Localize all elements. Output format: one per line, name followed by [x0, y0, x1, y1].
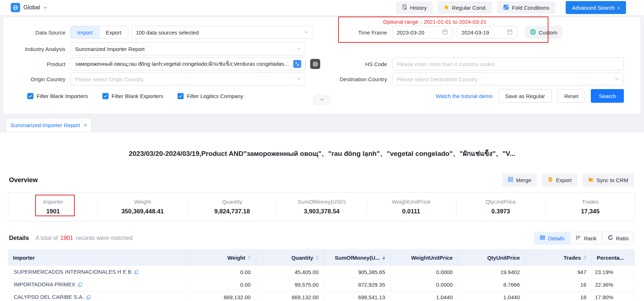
stat-trades: Trades17,345: [546, 193, 635, 221]
sort-icon[interactable]: [248, 255, 251, 260]
custom-label: Custom: [539, 29, 557, 36]
search-button[interactable]: Search: [591, 89, 624, 103]
stat-weight: Weight350,369,448.41: [98, 193, 187, 221]
cell-qty-unit-price: 19.9402: [458, 266, 525, 278]
cell-trades: 16: [525, 278, 592, 291]
reset-button[interactable]: Reset: [557, 89, 585, 103]
filter-blank-exporters-checkbox[interactable]: Filter Blank Exporters: [102, 93, 163, 99]
export-button[interactable]: Export: [542, 173, 577, 186]
data-sources-select[interactable]: 100 data sources selected: [131, 26, 313, 39]
cell-qty-unit-price: 1.0440: [458, 291, 525, 301]
sort-icon[interactable]: [316, 255, 319, 260]
hs-code-input[interactable]: [392, 57, 624, 70]
collapse-form-button[interactable]: [313, 95, 331, 105]
view-details-label: Details: [548, 235, 565, 241]
view-ratio-button[interactable]: Ratio: [602, 232, 634, 245]
summary-suffix: records were matched: [76, 235, 133, 241]
column-quantity[interactable]: Quantity: [256, 249, 324, 266]
data-source-fields: Import Export 100 data sources selected: [70, 26, 306, 39]
table-row: SUPERMERCADOS INTERNACIONALES H E B 0.00…: [8, 266, 634, 278]
chevron-down-icon: [615, 76, 619, 82]
industry-analysis-select[interactable]: Summarized Importer Report: [70, 42, 306, 55]
cell-qty-unit-price: 8.7666: [458, 278, 525, 291]
region-selector[interactable]: Global: [11, 3, 47, 12]
copy-icon[interactable]: [134, 269, 139, 275]
topbar: Global History Regular Cond. Fold Condit…: [0, 0, 644, 15]
export-toggle[interactable]: Export: [99, 26, 128, 38]
column-sum-of-money[interactable]: SumOfMoney(U...: [324, 249, 390, 266]
stat-label: Quantity: [222, 199, 242, 205]
importer-name-link[interactable]: IMPORTADORA PRIMEX: [14, 281, 75, 287]
copy-icon[interactable]: [78, 282, 82, 288]
form-actions: Watch the tutorial demo Save as Regular …: [436, 89, 624, 103]
sync-to-crm-button[interactable]: Sync to CRM: [583, 173, 634, 186]
origin-country-select[interactable]: Please select Origin Country: [70, 73, 306, 85]
copy-icon[interactable]: [86, 295, 91, 301]
save-as-regular-button[interactable]: Save as Regular: [498, 89, 552, 103]
history-label: History: [410, 5, 427, 11]
cell-percentage: 23.19%: [592, 266, 634, 278]
column-trades[interactable]: Trades: [525, 249, 592, 266]
merge-button[interactable]: Merge: [502, 173, 537, 186]
cell-weight-unit-price: 1.0440: [390, 291, 458, 301]
product-input[interactable]: замороженный овощ;rau đông lạnh;vegetal …: [70, 57, 306, 70]
destination-country-placeholder: Please select Destination Country: [397, 76, 612, 82]
close-icon[interactable]: ×: [84, 122, 87, 128]
report-content: 2023/03/20-2024/03/19,Product AND"заморо…: [0, 132, 644, 301]
screen: Global History Regular Cond. Fold Condit…: [0, 0, 644, 301]
end-date-input[interactable]: 2024-03-19: [457, 26, 517, 39]
history-button[interactable]: History: [396, 1, 433, 14]
advanced-search-button[interactable]: Advanced Search ›: [566, 1, 626, 14]
sort-icon[interactable]: [584, 255, 586, 260]
table-row: CALYPSO DEL CARIBE S.A. 669,132.00 669,1…: [8, 291, 634, 301]
time-frame-label: Time Frame: [326, 29, 387, 36]
importer-name-link[interactable]: SUPERMERCADOS INTERNACIONALES H E B: [14, 269, 132, 275]
details-heading: Details: [9, 235, 29, 242]
tab-summarized-importer-report[interactable]: Summarized Importer Report ×: [6, 118, 92, 132]
origin-country-label: Origin Country: [9, 76, 65, 82]
region-label: Global: [23, 4, 40, 11]
view-rank-button[interactable]: Rank: [570, 232, 602, 245]
filter-logitics-company-label: Filter Logitics Company: [187, 93, 243, 99]
stat-value: 1901: [46, 208, 60, 215]
chevron-down-icon: [296, 76, 301, 82]
summary-count: 1901: [60, 235, 73, 241]
cell-quantity: 669,132.00: [256, 291, 324, 301]
data-source-label: Data Source: [9, 29, 65, 36]
industry-analysis-value: Summarized Importer Report: [75, 46, 294, 52]
origin-country-placeholder: Please select Origin Country: [75, 76, 294, 82]
tab-label: Summarized Importer Report: [10, 122, 80, 128]
stat-value: 9,824,737.18: [214, 208, 250, 215]
filter-blank-importers-checkbox[interactable]: Filter Blank Importers: [27, 93, 88, 99]
data-sources-value: 100 data sources selected: [136, 29, 301, 36]
product-label: Product: [9, 61, 65, 67]
table-header-row: Importer Weight Quantity SumOfMoney(U...…: [8, 249, 634, 266]
column-weight[interactable]: Weight: [189, 249, 256, 266]
start-date-value: 2023-03-20: [397, 29, 440, 36]
view-details-button[interactable]: Details: [534, 232, 570, 245]
filter-logitics-company-checkbox[interactable]: Filter Logitics Company: [178, 93, 243, 99]
sort-icon-active-desc[interactable]: [382, 255, 385, 260]
stat-value: 0.0111: [402, 208, 420, 215]
start-date-input[interactable]: 2023-03-20: [392, 26, 452, 39]
filter-blank-importers-label: Filter Blank Importers: [37, 93, 88, 99]
fold-conditions-button[interactable]: Fold Conditions: [497, 1, 555, 14]
view-ratio-label: Ratio: [616, 235, 629, 241]
destination-country-label: Destination Country: [326, 76, 387, 82]
stat-label: Weight: [134, 199, 151, 205]
import-toggle[interactable]: Import: [71, 26, 99, 38]
checkbox-checked-icon: [178, 93, 184, 99]
checkbox-checked-icon: [27, 93, 33, 99]
regular-cond-button[interactable]: Regular Cond.: [438, 1, 493, 14]
importer-name-link[interactable]: CALYPSO DEL CARIBE S.A.: [14, 294, 84, 300]
custom-range-button[interactable]: Custom: [525, 26, 562, 39]
product-value: замороженный овощ;rau đông lạnh;vegetal …: [75, 60, 290, 68]
hs-code-label: HS Code: [326, 61, 387, 67]
form-row-product-hs: Product замороженный овощ;rau đông lạnh;…: [9, 57, 624, 70]
translate-icon[interactable]: A: [293, 60, 301, 68]
merge-icon: [508, 177, 513, 183]
advanced-search-label: Advanced Search: [572, 5, 615, 11]
destination-country-select[interactable]: Please select Destination Country: [392, 73, 624, 85]
original-text-icon[interactable]: [310, 59, 320, 69]
tutorial-demo-link[interactable]: Watch the tutorial demo: [436, 93, 493, 99]
